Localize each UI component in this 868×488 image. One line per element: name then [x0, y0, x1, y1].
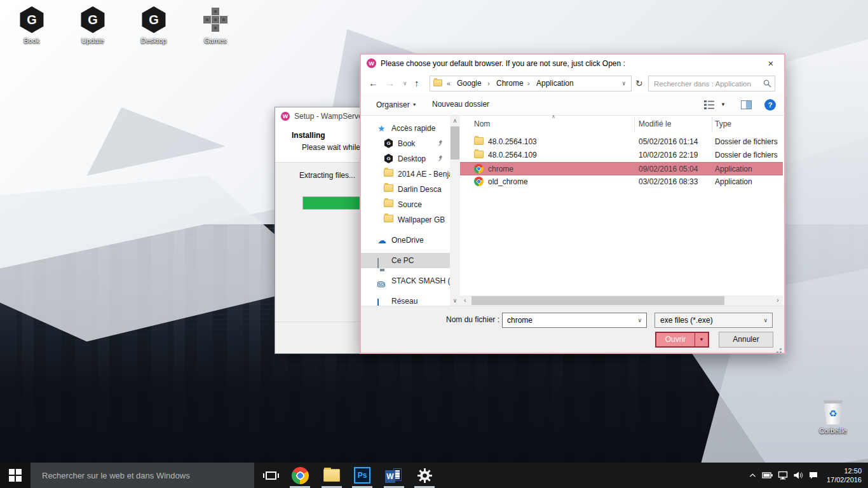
hex-logo-icon: G — [384, 154, 393, 163]
breadcrumb-item-google[interactable]: Google — [457, 76, 482, 91]
desktop-icon-update[interactable]: G Update — [66, 5, 119, 46]
breadcrumb-item-application[interactable]: Application — [536, 76, 574, 91]
sd-card-icon: SD — [377, 281, 385, 287]
navigation-sidebar: ★ Accès rapide G Book G Desktop 2014 AE … — [361, 116, 450, 306]
filetype-dropdown[interactable]: exe files (*.exe) ∨ — [654, 313, 773, 328]
dialog-title-bar[interactable]: W Please choose your default browser. If… — [361, 55, 784, 72]
desktop-icon-games[interactable]: Games — [189, 5, 242, 46]
view-mode-chevron-icon[interactable]: ▼ — [721, 94, 726, 116]
sidebar-item-source[interactable]: Source — [361, 197, 450, 212]
file-row-48-0-2564-109[interactable]: 48.0.2564.109 10/02/2016 22:19 Dossier d… — [460, 149, 783, 162]
history-chevron-icon[interactable]: ∨ — [403, 72, 407, 94]
organize-menu[interactable]: Organiser▼ — [376, 94, 417, 116]
column-header-type[interactable]: Type — [715, 116, 731, 133]
taskbar-settings-button[interactable] — [409, 463, 440, 488]
file-explorer-icon — [323, 469, 340, 482]
view-mode-icon[interactable] — [704, 100, 714, 109]
scroll-right-icon[interactable]: › — [773, 295, 783, 306]
network-icon[interactable] — [775, 463, 790, 488]
sidebar-item-network[interactable]: Réseau — [361, 294, 450, 306]
resize-grip[interactable] — [780, 348, 782, 350]
network-icon — [377, 299, 379, 306]
refresh-icon[interactable]: ↻ — [635, 72, 643, 94]
preview-pane-icon[interactable] — [741, 100, 752, 109]
battery-icon[interactable] — [760, 463, 775, 488]
sidebar-item-quick-access[interactable]: ★ Accès rapide — [361, 121, 450, 136]
start-button[interactable] — [0, 463, 31, 488]
taskbar-chrome-button[interactable] — [285, 463, 315, 488]
open-split-arrow-icon[interactable]: ▼ — [695, 333, 708, 346]
file-row-48-0-2564-103[interactable]: 48.0.2564.103 05/02/2016 01:14 Dossier d… — [460, 135, 783, 149]
sidebar-item-stack-smash[interactable]: SD STACK SMASH (E: — [361, 273, 450, 288]
taskbar-word-button[interactable]: W — [379, 463, 409, 488]
search-input[interactable] — [649, 76, 761, 91]
chevron-down-icon: ▼ — [412, 102, 417, 107]
open-button-label: Ouvrir — [656, 333, 695, 346]
system-tray — [745, 463, 821, 488]
folder-icon — [384, 169, 393, 177]
hex-logo-icon: G — [18, 6, 45, 33]
wamp-window-title: Setup - WampServer — [294, 107, 365, 125]
sidebar-item-darlin-desca[interactable]: Darlin Desca — [361, 182, 450, 197]
sidebar-item-this-pc[interactable]: Ce PC — [361, 253, 450, 268]
column-header-name[interactable]: Nom — [474, 116, 490, 133]
back-icon[interactable]: ← — [369, 72, 378, 94]
filename-input[interactable] — [503, 313, 630, 327]
filetype-value: exe files (*.exe) — [655, 316, 713, 325]
desktop-icon-book[interactable]: G Book — [5, 5, 58, 46]
taskbar-file-explorer-button[interactable] — [316, 463, 347, 488]
breadcrumb-item-chrome[interactable]: Chrome — [496, 76, 524, 91]
chrome-icon — [474, 164, 484, 173]
desktop-icon-label: Games — [204, 37, 226, 44]
taskbar-photoshop-button[interactable]: Ps — [347, 463, 377, 488]
this-pc-icon — [377, 258, 379, 268]
quick-access-star-icon: ★ — [377, 123, 386, 133]
command-toolbar: Organiser▼ Nouveau dossier ▼ ? — [361, 94, 784, 116]
dialog-main-area: ★ Accès rapide G Book G Desktop 2014 AE … — [361, 116, 784, 306]
column-header-modified[interactable]: Modifié le — [639, 116, 671, 133]
chevron-down-icon[interactable]: ∨ — [637, 313, 642, 327]
tray-expand-chevron-icon[interactable] — [745, 463, 760, 488]
breadcrumb-collapse[interactable]: « — [447, 76, 451, 91]
volume-icon[interactable] — [790, 463, 806, 488]
help-button[interactable]: ? — [764, 99, 776, 111]
sidebar-item-2014-ae[interactable]: 2014 AE - Benjar — [361, 166, 450, 182]
photoshop-icon: Ps — [354, 467, 370, 484]
pin-icon — [437, 155, 444, 162]
scroll-down-icon[interactable]: ∨ — [450, 295, 460, 306]
onedrive-cloud-icon: ☁ — [377, 235, 386, 245]
folder-icon — [433, 79, 442, 86]
file-row-old-chrome[interactable]: old_chrome 03/02/2016 08:33 Application — [460, 175, 783, 189]
scrollbar-thumb[interactable] — [471, 296, 724, 305]
sidebar-vertical-scrollbar[interactable]: ∧ ∨ — [450, 116, 460, 306]
recycle-bin[interactable]: ♻ Corbeille — [814, 400, 852, 436]
breadcrumb[interactable]: « Google › Chrome › Application ∨ — [430, 76, 632, 92]
open-button[interactable]: Ouvrir ▼ — [655, 332, 709, 348]
breadcrumb-dropdown-icon[interactable]: ∨ — [621, 76, 626, 91]
action-center-icon[interactable] — [806, 463, 821, 488]
scroll-up-icon[interactable]: ∧ — [450, 116, 460, 126]
close-button[interactable]: × — [757, 55, 784, 72]
taskbar-search — [31, 463, 254, 488]
sidebar-item-desktop[interactable]: G Desktop — [361, 151, 450, 166]
column-separator[interactable] — [634, 117, 635, 132]
column-separator[interactable] — [712, 117, 712, 132]
sidebar-item-book[interactable]: G Book — [361, 136, 450, 151]
cancel-button[interactable]: Annuler — [719, 332, 773, 348]
scrollbar-thumb[interactable] — [451, 126, 459, 159]
sidebar-item-wallpaper-gb[interactable]: Wallpaper GB — [361, 212, 450, 227]
taskbar-search-input[interactable] — [31, 463, 254, 488]
taskbar-clock[interactable]: 12:50 17/02/2016 — [827, 466, 862, 484]
scroll-left-icon[interactable]: ‹ — [460, 295, 470, 306]
file-list: ∧ Nom Modifié le Type 48.0.2564.103 05/0… — [460, 116, 784, 306]
file-row-chrome-selected[interactable]: chrome 09/02/2016 05:04 Application — [460, 162, 783, 175]
desktop-icon-desktop[interactable]: G Desktop — [127, 5, 180, 46]
forward-icon[interactable]: → — [385, 72, 395, 94]
recycle-bin-icon: ♻ — [823, 400, 843, 424]
sidebar-item-onedrive[interactable]: ☁ OneDrive — [361, 233, 450, 248]
up-icon[interactable]: ↑ — [414, 72, 419, 94]
task-view-button[interactable] — [255, 463, 286, 488]
new-folder-button[interactable]: Nouveau dossier — [432, 94, 489, 115]
horizontal-scrollbar[interactable]: ‹ › — [460, 295, 783, 306]
folder-icon — [384, 184, 393, 192]
